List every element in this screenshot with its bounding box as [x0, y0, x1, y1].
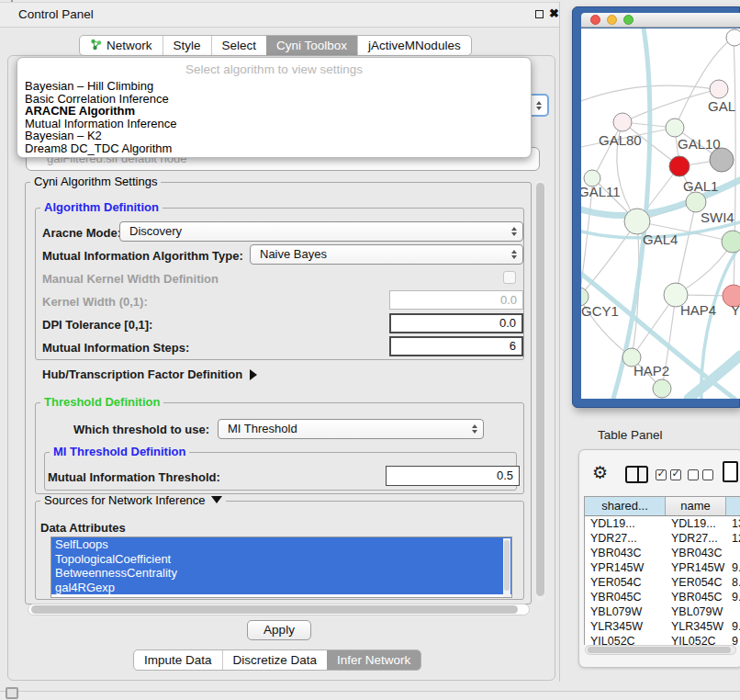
algorithm-definition-title: Algorithm Definition [40, 201, 163, 214]
node-gal80[interactable] [613, 113, 632, 131]
apply-button[interactable]: Apply [247, 620, 311, 640]
table-row[interactable]: YLR345WYLR345W9. [585, 619, 740, 634]
select-all-checkboxes-icon[interactable] [656, 469, 681, 480]
label-gal11: GAL11 [581, 184, 621, 199]
table-cell: YDR27... [585, 531, 666, 546]
table-row[interactable]: YPR145WYPR145W9. [585, 560, 740, 575]
data-attribute-selfloops[interactable]: SelfLoops [51, 537, 511, 552]
algorithm-option-aracne-algorithm[interactable]: ARACNE Algorithm [17, 105, 531, 118]
tab-label: Impute Data [144, 653, 212, 667]
table-scrollbar-thumb[interactable] [588, 647, 731, 653]
dpi-tolerance-field[interactable]: 0.0 [389, 313, 523, 333]
hub-definition-toggle[interactable]: Hub/Transcription Factor Definition [42, 367, 257, 381]
aracne-mode-label: Aracne Mode: [42, 226, 121, 240]
node-gal-top[interactable] [710, 80, 728, 98]
vertical-scrollbar-thumb[interactable] [536, 183, 544, 596]
minimize-traffic-light[interactable] [607, 15, 617, 25]
node-gal1[interactable] [669, 156, 690, 176]
algorithm-option-dream8-dc-tdc-algorithm[interactable]: Dream8 DC_TDC Algorithm [17, 142, 531, 155]
table-cell: YIL052C [666, 634, 726, 645]
stepper-icon [511, 227, 517, 236]
table-cell: 8. [726, 575, 740, 590]
mi-type-label: Mutual Information Algorithm Type: [42, 249, 243, 263]
aracne-mode-select[interactable]: Discovery [119, 221, 523, 242]
zoom-traffic-light[interactable] [623, 15, 633, 25]
table-row[interactable]: YDL19...YDL19...13 [585, 516, 740, 531]
column-view-icon[interactable] [625, 466, 648, 483]
kernel-width-field[interactable]: 0.0 [389, 290, 523, 310]
stepper-icon [511, 250, 517, 259]
table-cell [726, 546, 740, 560]
gear-icon[interactable]: ⚙ [592, 462, 608, 483]
algorithm-option-mutual-information-inference[interactable]: Mutual Information Inference [17, 118, 531, 130]
data-attribute-topologicalcoefficient[interactable]: TopologicalCoefficient [51, 552, 511, 567]
table-row[interactable]: YBR043CYBR043C [585, 546, 740, 560]
algorithm-option-bayesian-hill-climbing[interactable]: Bayesian – Hill Climbing [17, 80, 531, 93]
tab-label: Infer Network [337, 653, 410, 667]
table-cell: YBL079W [585, 604, 666, 619]
collapsed-panel-icon[interactable] [6, 687, 18, 699]
table-cell: YDR27... [666, 531, 726, 546]
data-attributes-list[interactable]: SelfLoopsTopologicalCoefficientBetweenne… [50, 536, 512, 598]
which-threshold-select[interactable]: MI Threshold [218, 419, 484, 439]
float-window-icon[interactable] [535, 10, 544, 18]
tab-impute-data[interactable]: Impute Data [134, 650, 222, 670]
sources-group-toggle[interactable]: Sources for Network Inference [40, 494, 226, 507]
data-attribute-betweennesscentrality[interactable]: BetweennessCentrality [51, 566, 511, 581]
horizontal-scrollbar-thumb[interactable] [31, 605, 518, 614]
table-cell: YDL19... [585, 516, 666, 531]
bottom-status-strip [0, 691, 740, 700]
network-window-titlebar[interactable] [581, 13, 740, 28]
tab-style[interactable]: Style [163, 36, 211, 55]
label-gal1: GAL1 [683, 178, 718, 194]
table-row[interactable]: YER054CYER054C8. [585, 575, 740, 590]
manual-kernel-checkbox[interactable] [503, 271, 516, 284]
app-root: Control Panel ✖ NetworkStyleSelectCyni T… [0, 0, 740, 700]
tab-label: Network [107, 39, 152, 52]
table-header-row: shared...nameA [585, 497, 740, 516]
column-header-shared[interactable]: shared... [585, 497, 666, 515]
table-cell: YBR043C [585, 546, 666, 560]
node-gal4[interactable] [624, 209, 650, 234]
label-gcy1: GCY1 [581, 303, 619, 319]
column-header-a[interactable]: A [726, 497, 740, 515]
label-hap4: HAP4 [680, 302, 716, 318]
algorithm-dropdown-popup: Select algorithm to view settings Bayesi… [17, 57, 532, 158]
table-row[interactable]: YBR045CYBR045C9. [585, 590, 740, 604]
bottom-tab-bar: Impute DataDiscretize DataInfer Network [133, 649, 421, 671]
mi-steps-field[interactable]: 6 [389, 336, 523, 356]
sources-group-title: Sources for Network Inference [44, 493, 206, 507]
tab-jactivemnodules[interactable]: jActiveMNodules [357, 36, 471, 55]
document-icon[interactable] [723, 461, 738, 482]
network-canvas[interactable]: GAL GAL80 GAL10 GAL1 SWI4 GAL11 GAL4 GCY… [581, 28, 740, 399]
node-right-green[interactable] [722, 231, 740, 253]
list-scrollbar[interactable] [503, 538, 510, 597]
node-gal10[interactable] [666, 119, 684, 137]
table-cell: YER054C [585, 575, 666, 590]
table-cell: 13 [726, 516, 740, 531]
table-row[interactable]: YBL079WYBL079W [585, 604, 740, 619]
column-header-name[interactable]: name [666, 497, 726, 515]
panel-title: Control Panel [18, 7, 94, 21]
scrollbar-thumb[interactable] [504, 540, 510, 591]
mi-threshold-field[interactable]: 0.5 [386, 466, 520, 486]
algorithm-option-bayesian-k2[interactable]: Bayesian – K2 [17, 130, 531, 142]
algorithm-option-basic-correlation-inference[interactable]: Basic Correlation Inference [17, 93, 531, 106]
tab-infer-network[interactable]: Infer Network [327, 650, 420, 670]
settings-group-title: Cyni Algorithm Settings [30, 175, 161, 188]
mi-type-select[interactable]: Naive Bayes [250, 244, 523, 265]
label-y-cut: Y [731, 302, 740, 318]
close-icon[interactable]: ✖ [549, 6, 559, 20]
node-attribute-table[interactable]: shared...nameA YDL19...YDL19...13YDR27..… [584, 496, 740, 645]
close-traffic-light[interactable] [590, 15, 600, 25]
tab-cyni-toolbox[interactable]: Cyni Toolbox [266, 36, 357, 55]
table-row[interactable]: YIL052CYIL052C9 [585, 634, 740, 645]
tab-discretize-data[interactable]: Discretize Data [222, 650, 328, 670]
tab-select[interactable]: Select [211, 36, 267, 55]
node-unlabeled-top[interactable] [726, 29, 740, 46]
tab-network[interactable]: Network [80, 36, 163, 55]
data-attribute-gal4rgexp[interactable]: gal4RGexp [51, 581, 511, 595]
node-bottom-green[interactable] [653, 379, 671, 398]
deselect-all-checkboxes-icon[interactable] [688, 469, 713, 480]
table-row[interactable]: YDR27...YDR27...12 [585, 531, 740, 546]
